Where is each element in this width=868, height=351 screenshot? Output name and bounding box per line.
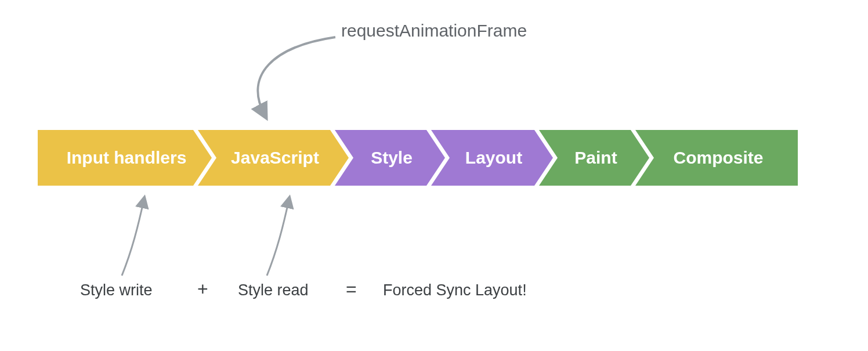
plus-symbol: + (197, 278, 208, 300)
stage-label-style: Style (367, 148, 413, 168)
stage-label-input-handlers: Input handlers (63, 148, 187, 168)
stage-javascript: JavaScript (198, 130, 349, 186)
stage-label-paint: Paint (571, 148, 617, 168)
style-read-label: Style read (238, 281, 309, 299)
equals-symbol: = (346, 278, 357, 300)
stage-composite: Composite (635, 130, 798, 186)
stage-label-composite: Composite (670, 148, 763, 168)
stage-label-layout: Layout (462, 148, 522, 168)
forced-sync-layout-label: Forced Sync Layout! (383, 281, 527, 299)
raf-label: requestAnimationFrame (341, 21, 527, 41)
stage-layout: Layout (431, 130, 553, 186)
stage-label-javascript: JavaScript (227, 148, 319, 168)
stage-style: Style (335, 130, 445, 186)
style-write-label: Style write (80, 281, 153, 299)
stage-paint: Paint (539, 130, 649, 186)
rendering-pipeline: Input handlersJavaScriptStyleLayoutPaint… (38, 130, 798, 186)
stage-input-handlers: Input handlers (38, 130, 212, 186)
